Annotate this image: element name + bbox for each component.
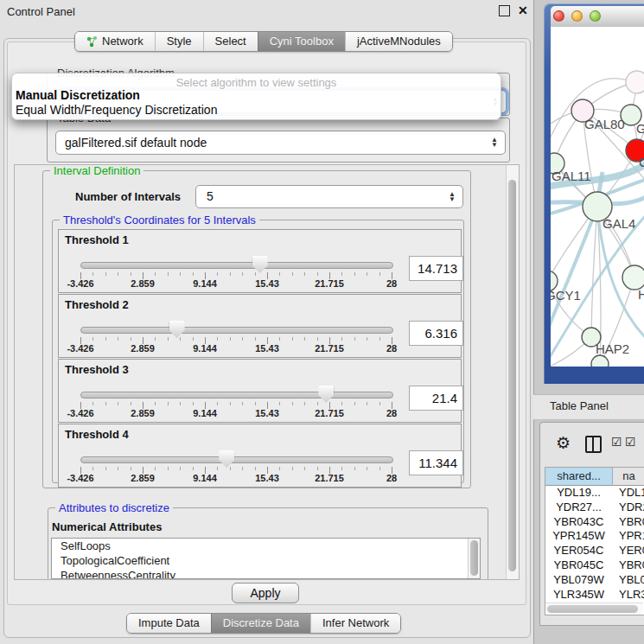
num-intervals-label: Number of Intervals xyxy=(75,190,181,203)
float-window-icon[interactable] xyxy=(499,5,510,16)
tab-label: Network xyxy=(102,32,143,51)
tab-select[interactable]: Select xyxy=(203,32,258,51)
scrollbar-thumb[interactable] xyxy=(547,605,638,613)
tab-infer-network[interactable]: Infer Network xyxy=(310,614,400,633)
split-columns-icon[interactable] xyxy=(585,436,602,453)
tab-network[interactable]: Network xyxy=(75,32,155,51)
horizontal-scrollbar[interactable] xyxy=(545,603,643,615)
tick-label: 2.859 xyxy=(131,343,155,354)
tick-mark xyxy=(118,337,118,341)
table-row-cell[interactable]: YLR345W xyxy=(545,588,612,601)
table-row-cell[interactable]: YPR1 xyxy=(619,529,644,542)
threshold-panel: Threshold 1-3.4262.8599.14415.4321.71528… xyxy=(58,229,462,293)
table-row-cell[interactable]: YBR045C xyxy=(545,558,612,571)
checkbox-icon[interactable]: ☑ xyxy=(611,435,622,449)
interval-definition-group: Interval Definition Number of Intervals … xyxy=(42,170,471,488)
table-row-cell[interactable]: YBR043C xyxy=(545,515,612,528)
tick-mark xyxy=(292,272,293,276)
list-item[interactable]: BetweennessCentrality xyxy=(52,568,480,579)
table-row-cell[interactable]: YER0 xyxy=(619,544,644,557)
window-title: Control Panel xyxy=(7,5,75,18)
table-row-cell[interactable]: YER054C xyxy=(545,544,612,557)
scrollbar[interactable] xyxy=(506,165,519,579)
tab-discretize-data[interactable]: Discretize Data xyxy=(211,614,310,633)
table-row-cell[interactable]: YLR3 xyxy=(619,588,644,601)
network-edge[interactable] xyxy=(551,207,597,340)
tab-label: Discretize Data xyxy=(223,614,299,633)
network-node[interactable] xyxy=(622,265,644,290)
tick-label: 2.859 xyxy=(131,473,155,483)
tick-mark xyxy=(341,402,342,405)
tick-mark xyxy=(304,467,305,470)
slider-track[interactable] xyxy=(80,327,393,334)
table-row-cell[interactable]: YBL079W xyxy=(545,573,612,586)
list-item[interactable]: TopologicalCoefficient xyxy=(52,553,480,568)
table-row-cell[interactable]: YDR2 xyxy=(619,501,644,513)
table-panel-title: Table Panel xyxy=(550,399,609,412)
tick-mark xyxy=(155,337,156,341)
tab-style[interactable]: Style xyxy=(155,32,203,51)
slider-thumb[interactable] xyxy=(219,450,234,468)
column-header-2[interactable]: na xyxy=(613,468,644,486)
tick-mark xyxy=(292,402,293,405)
node-label: H xyxy=(638,287,644,302)
threshold-value-field[interactable]: 6.316 xyxy=(409,321,463,346)
tick-label: 2.859 xyxy=(131,278,155,289)
table-row-cell[interactable]: YBR0 xyxy=(619,558,644,571)
slider-track[interactable] xyxy=(80,456,393,463)
scrollbar[interactable] xyxy=(468,539,480,578)
tab-impute-data[interactable]: Impute Data xyxy=(127,614,211,633)
tick-mark xyxy=(341,272,342,276)
traffic-light-yellow-icon[interactable] xyxy=(571,10,583,22)
tick-label: 9.144 xyxy=(193,408,217,418)
tick-mark xyxy=(230,272,231,276)
slider-track[interactable] xyxy=(80,262,393,269)
close-icon[interactable]: ✕ xyxy=(518,3,528,17)
scrollbar-thumb[interactable] xyxy=(508,180,516,571)
table-row-cell[interactable]: YBR0 xyxy=(619,515,644,528)
checkbox-icon[interactable]: ☑ xyxy=(625,435,636,449)
popup-option-equal-width[interactable]: Equal Width/Frequency Discretization xyxy=(16,103,217,117)
attributes-group: Attributes to discretize Numerical Attri… xyxy=(48,507,488,580)
tab-jactivemnodules[interactable]: jActiveMNodules xyxy=(345,32,452,51)
apply-button[interactable]: Apply xyxy=(232,583,299,603)
tick-mark xyxy=(242,402,243,405)
list-item[interactable]: SelfLoops xyxy=(52,539,480,553)
network-edge[interactable] xyxy=(591,207,597,337)
tick-mark xyxy=(242,337,243,341)
network-node[interactable] xyxy=(591,355,609,367)
tick-mark xyxy=(255,337,256,341)
popup-option-manual[interactable]: Manual Discretization xyxy=(16,88,140,102)
table-row-cell[interactable]: YBL0 xyxy=(619,573,644,586)
slider-thumb[interactable] xyxy=(169,321,185,338)
gear-icon[interactable]: ⚙ xyxy=(556,433,571,453)
table-row-cell[interactable]: YDR27... xyxy=(545,501,612,513)
table-row-cell[interactable]: YDL1 xyxy=(619,486,644,499)
slider-track[interactable] xyxy=(80,392,393,399)
threshold-value-field[interactable]: 14.713 xyxy=(409,256,463,281)
tick-mark xyxy=(131,467,131,470)
tick-mark xyxy=(180,402,181,405)
scrollbar-thumb[interactable] xyxy=(470,540,478,576)
attributes-list[interactable]: SelfLoopsTopologicalCoefficientBetweenne… xyxy=(51,538,481,579)
node-attribute-table[interactable]: shared...naYDL19...YDL1YDR27...YDR2YBR04… xyxy=(545,467,644,615)
num-intervals-combobox[interactable]: 5 ▲▼ xyxy=(195,185,463,208)
tick-mark xyxy=(217,402,218,405)
network-graph[interactable]: GAL80GACGAL11GAL4GCY1HHAP2 xyxy=(551,27,644,367)
top-tab-bar: NetworkStyleSelectCyni ToolboxjActiveMNo… xyxy=(74,31,453,52)
tick-mark xyxy=(317,467,318,470)
table-data-combobox[interactable]: galFiltered.sif default node ▲▼ xyxy=(55,131,506,155)
traffic-light-green-icon[interactable] xyxy=(590,10,601,22)
slider-thumb[interactable] xyxy=(252,256,268,273)
column-header-1[interactable]: shared... xyxy=(545,468,613,486)
network-node[interactable] xyxy=(626,71,644,93)
threshold-value-field[interactable]: 11.344 xyxy=(409,450,463,475)
table-row-cell[interactable]: YDL19... xyxy=(545,486,612,499)
tick-mark xyxy=(217,467,218,470)
traffic-light-red-icon[interactable] xyxy=(553,10,564,22)
network-canvas[interactable]: GAL80GACGAL11GAL4GCY1HHAP2 xyxy=(551,27,644,367)
threshold-value-field[interactable]: 21.4 xyxy=(409,386,463,411)
tab-cyni-toolbox[interactable]: Cyni Toolbox xyxy=(258,32,345,51)
table-row-cell[interactable]: YPR145W xyxy=(545,529,612,542)
slider-thumb[interactable] xyxy=(318,386,334,403)
